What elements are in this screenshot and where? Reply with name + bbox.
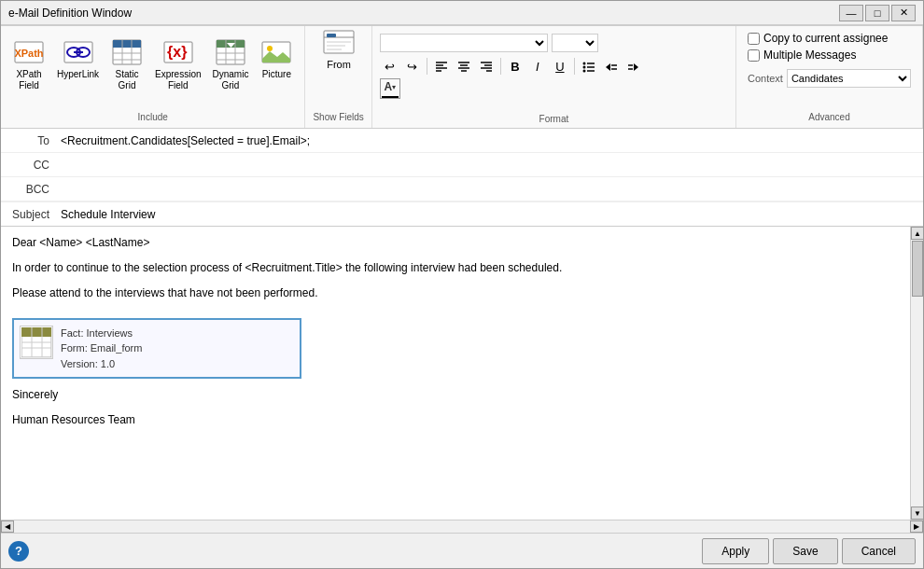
format-group-label: Format bbox=[539, 114, 569, 126]
format-row-editing: ↩ ↪ B I bbox=[380, 56, 728, 76]
scroll-left-button[interactable]: ◀ bbox=[1, 520, 14, 533]
embed-icon bbox=[20, 326, 53, 359]
static-grid-button[interactable]: StaticGrid bbox=[106, 34, 147, 93]
context-select[interactable]: Candidates bbox=[787, 69, 911, 88]
multiple-messages-row: Multiple Messages bbox=[748, 49, 911, 62]
context-label: Context bbox=[748, 73, 783, 84]
embed-text: Fact: Interviews Form: Email_form Versio… bbox=[61, 326, 142, 372]
svg-marker-52 bbox=[634, 63, 638, 71]
body-line3: Please attend to the interviews that hav… bbox=[12, 284, 899, 302]
text-color-swatch bbox=[382, 96, 399, 98]
bcc-input[interactable] bbox=[57, 178, 923, 201]
context-row: Context Candidates bbox=[748, 69, 911, 88]
scroll-track bbox=[911, 240, 923, 507]
save-button[interactable]: Save bbox=[773, 538, 837, 564]
apply-button[interactable]: Apply bbox=[702, 538, 769, 564]
window-controls: — □ ✕ bbox=[839, 5, 916, 21]
main-window: e-Mail Definition Window — □ ✕ XPath bbox=[0, 0, 924, 569]
help-icon[interactable]: ? bbox=[8, 541, 29, 562]
window-title: e-Mail Definition Window bbox=[8, 7, 132, 20]
advanced-group-label: Advanced bbox=[748, 108, 911, 122]
sign-line2: Human Resources Team bbox=[12, 411, 899, 429]
svg-point-44 bbox=[582, 66, 585, 69]
embed-fact: Fact: Interviews bbox=[61, 326, 142, 341]
svg-rect-56 bbox=[21, 327, 51, 337]
scroll-down-button[interactable]: ▼ bbox=[911, 507, 923, 520]
ribbon-group-advanced: Copy to current assignee Multiple Messag… bbox=[736, 26, 923, 128]
body-text: Dear <Name> <LastName> In order to conti… bbox=[12, 234, 899, 429]
cc-input[interactable] bbox=[57, 154, 923, 176]
expression-field-button[interactable]: {x} ExpressionField bbox=[151, 34, 204, 93]
maximize-button[interactable]: □ bbox=[865, 5, 889, 21]
xpath-field-label: XPathField bbox=[16, 69, 41, 91]
dynamic-grid-button[interactable]: DynamicGrid bbox=[209, 34, 253, 93]
greeting-line: Dear <Name> <LastName> bbox=[12, 234, 899, 252]
subject-label: Subject bbox=[1, 208, 57, 221]
hyperlink-label: HyperLink bbox=[57, 69, 99, 80]
ribbon-group-format: ↩ ↪ B I bbox=[372, 26, 736, 128]
expression-field-label: ExpressionField bbox=[155, 69, 201, 91]
include-group-label: Include bbox=[138, 112, 168, 124]
scroll-thumb[interactable] bbox=[912, 241, 923, 297]
footer: ? Apply Save Cancel bbox=[1, 533, 923, 568]
bold-button[interactable]: B bbox=[505, 56, 525, 76]
format-row-font bbox=[380, 34, 728, 52]
svg-point-43 bbox=[582, 62, 585, 65]
font-size-select[interactable] bbox=[552, 34, 598, 52]
svg-text:XPath: XPath bbox=[14, 48, 43, 59]
picture-button[interactable]: Picture bbox=[256, 34, 297, 82]
to-input[interactable] bbox=[57, 130, 923, 152]
redo-button[interactable]: ↪ bbox=[402, 56, 423, 76]
dynamic-grid-embed: Fact: Interviews Form: Email_form Versio… bbox=[12, 318, 301, 380]
xpath-icon: XPath bbox=[12, 35, 46, 69]
xpath-field-button[interactable]: XPath XPathField bbox=[8, 34, 49, 93]
decrease-indent-button[interactable] bbox=[601, 56, 622, 76]
multiple-messages-label: Multiple Messages bbox=[763, 49, 856, 62]
undo-button[interactable]: ↩ bbox=[380, 56, 400, 76]
format-row-color: A ▾ bbox=[380, 78, 728, 99]
hscroll-track bbox=[14, 520, 910, 533]
bcc-label: BCC bbox=[1, 183, 57, 196]
vertical-scrollbar[interactable]: ▲ ▼ bbox=[910, 227, 923, 520]
from-items: From bbox=[318, 30, 359, 112]
copy-to-assignee-label: Copy to current assignee bbox=[763, 32, 888, 45]
dynamic-grid-label: DynamicGrid bbox=[213, 69, 249, 91]
minimize-button[interactable]: — bbox=[839, 5, 863, 21]
static-grid-icon bbox=[110, 35, 144, 69]
copy-to-assignee-checkbox[interactable] bbox=[748, 33, 760, 45]
cancel-button[interactable]: Cancel bbox=[842, 538, 916, 564]
underline-button[interactable]: U bbox=[550, 56, 570, 76]
align-center-button[interactable] bbox=[454, 56, 474, 76]
picture-label: Picture bbox=[262, 69, 291, 80]
embed-version: Version: 1.0 bbox=[61, 356, 142, 372]
align-right-button[interactable] bbox=[476, 56, 497, 76]
italic-button[interactable]: I bbox=[527, 56, 548, 76]
text-color-button[interactable]: A ▾ bbox=[380, 78, 400, 99]
ribbon-include-items: XPath XPathField bbox=[8, 30, 297, 112]
close-button[interactable]: ✕ bbox=[891, 5, 916, 21]
svg-text:{x}: {x} bbox=[167, 44, 187, 60]
hyperlink-button[interactable]: HyperLink bbox=[53, 34, 103, 82]
hyperlink-icon bbox=[62, 35, 95, 69]
from-button[interactable]: From bbox=[318, 34, 359, 71]
svg-point-45 bbox=[582, 70, 585, 73]
multiple-messages-checkbox[interactable] bbox=[748, 49, 760, 62]
to-label: To bbox=[1, 134, 57, 147]
separator3 bbox=[574, 58, 575, 75]
increase-indent-button[interactable] bbox=[623, 56, 644, 76]
ribbon-body: XPath XPathField bbox=[1, 25, 923, 128]
scroll-right-button[interactable]: ▶ bbox=[910, 520, 923, 533]
bullet-list-button[interactable] bbox=[579, 56, 599, 76]
horizontal-scrollbar[interactable]: ◀ ▶ bbox=[1, 520, 923, 533]
scroll-up-button[interactable]: ▲ bbox=[911, 227, 923, 240]
email-body[interactable]: Dear <Name> <LastName> In order to conti… bbox=[1, 227, 910, 520]
font-name-select[interactable] bbox=[380, 34, 548, 52]
bcc-row: BCC bbox=[1, 177, 923, 201]
subject-input[interactable] bbox=[57, 203, 923, 226]
svg-text:From: From bbox=[327, 59, 351, 70]
svg-rect-23 bbox=[262, 59, 290, 62]
ribbon: XPath XPathField bbox=[1, 25, 923, 129]
title-bar: e-Mail Definition Window — □ ✕ bbox=[1, 1, 923, 25]
align-left-button[interactable] bbox=[431, 56, 452, 76]
subject-row: Subject bbox=[1, 201, 923, 226]
